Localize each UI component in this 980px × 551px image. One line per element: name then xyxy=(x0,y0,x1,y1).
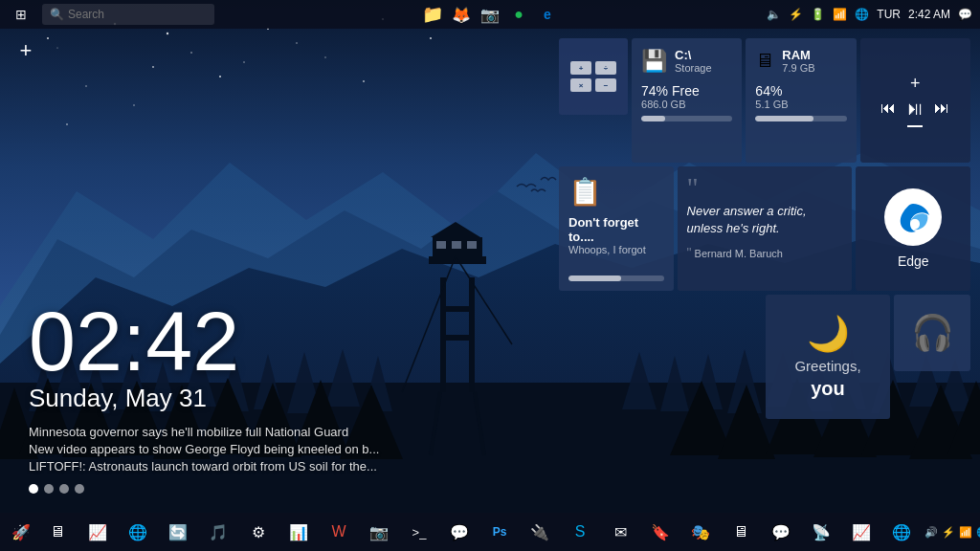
tb-pulse[interactable]: 📈 xyxy=(78,513,117,551)
tb-whatsapp[interactable]: 💬 xyxy=(440,513,479,551)
tb-photoshop[interactable]: Ps xyxy=(480,513,519,551)
news-item-2[interactable]: New video appears to show George Floyd b… xyxy=(29,442,530,456)
media-controls: ⏮ ⏯ ⏭ xyxy=(880,98,949,120)
ram-tile[interactable]: 🖥 RAM 7.9 GB 64% 5.1 GB xyxy=(746,38,856,163)
tray-wifi[interactable]: 📶 xyxy=(959,526,972,539)
quote-author: " Bernard M. Baruch xyxy=(687,245,843,260)
pinned-edge[interactable]: e xyxy=(533,0,562,29)
volume-icon: 🔈 xyxy=(767,8,781,21)
storage-icon: 💾 xyxy=(641,49,667,74)
news-dot-3[interactable] xyxy=(59,484,69,494)
notes-progress-fill xyxy=(568,276,621,281)
tb-word[interactable]: W xyxy=(320,513,358,551)
tb-refresh[interactable]: 🔄 xyxy=(159,513,197,551)
storage-header: 💾 C:\ Storage xyxy=(641,48,732,74)
tb-chart[interactable]: 📊 xyxy=(279,513,318,551)
ram-progress-bar xyxy=(755,116,846,121)
tb-mail[interactable]: ✉ xyxy=(601,513,639,551)
battery-icon: 🔋 xyxy=(811,8,825,21)
tiles-row-2: 📋 Don't forget to.... Whoops, I forgot "… xyxy=(559,166,970,291)
network-icon: 🌐 xyxy=(855,8,869,21)
tb-arrow[interactable]: 🔖 xyxy=(641,513,679,551)
next-button[interactable]: ⏭ xyxy=(934,99,949,117)
search-bar[interactable]: 🔍 xyxy=(42,4,214,25)
calc-btn-div: ÷ xyxy=(595,61,616,75)
tb-net[interactable]: 📡 xyxy=(802,513,840,551)
greetings-tile[interactable]: 🌙 Greetings, you xyxy=(766,295,890,419)
notes-subtext: Whoops, I forgot xyxy=(568,244,664,255)
storage-free-pct: 74% Free xyxy=(641,83,732,99)
taskbar-start[interactable]: 🚀 xyxy=(4,513,38,551)
news-dot-2[interactable] xyxy=(44,484,54,494)
edge-logo-svg xyxy=(894,198,932,236)
pinned-folder[interactable]: 📁 xyxy=(418,0,447,29)
calc-btn-plus: + xyxy=(570,61,591,75)
greetings-line1: Greetings, xyxy=(794,358,860,374)
calc-btn-mul: × xyxy=(570,78,591,92)
notes-icon: 📋 xyxy=(568,176,664,208)
taskbar: 🚀 🖥 📈 🌐 🔄 🎵 ⚙ 📊 W 📷 >_ 💬 Ps 🔌 S ✉ 🔖 🎭 🖥 … xyxy=(0,513,980,551)
volume-up-button[interactable]: + xyxy=(910,75,921,92)
storage-tile[interactable]: 💾 C:\ Storage 74% Free 686.0 GB xyxy=(632,38,742,163)
ram-progress-fill xyxy=(755,116,813,121)
tiles-panel: + ÷ × − 💾 C:\ Storage 74% Free 686.0 GB xyxy=(559,29,980,513)
play-button[interactable]: ⏯ xyxy=(905,98,924,120)
notification-icon[interactable]: 💬 xyxy=(958,8,972,21)
tb-activity[interactable]: 📈 xyxy=(842,513,880,551)
taskbar-right: 🔊 ⚡ 📶 🌐 TUR 2:42 AM 💬 ⏻ xyxy=(921,518,980,546)
clock-display: 02:42 xyxy=(29,299,530,384)
notes-text: Don't forget to.... xyxy=(568,215,664,244)
tb-msg[interactable]: 💬 xyxy=(762,513,800,551)
volume-section: + ⏮ ⏯ ⏭ xyxy=(880,75,949,127)
taskbar-left: 🚀 xyxy=(0,513,38,551)
search-input[interactable] xyxy=(68,8,207,21)
system-tray: 🔊 ⚡ 📶 🌐 TUR 2:42 AM 💬 ⏻ xyxy=(921,518,980,546)
power-icon: ⚡ xyxy=(789,8,803,21)
tb-monitor[interactable]: 🖥 xyxy=(38,513,77,551)
media-tile[interactable]: + ⏮ ⏯ ⏭ xyxy=(860,38,970,163)
tb-music[interactable]: 🎵 xyxy=(199,513,237,551)
ram-icon: 🖥 xyxy=(755,50,774,72)
pinned-spotify[interactable]: ● xyxy=(504,0,533,29)
tb-browser[interactable]: 🌐 xyxy=(119,513,157,551)
tb-skype[interactable]: S xyxy=(561,513,599,551)
tb-plugin[interactable]: 🔌 xyxy=(521,513,559,551)
news-dot-1[interactable] xyxy=(29,484,38,494)
storage-free-gb: 686.0 GB xyxy=(641,99,732,110)
volume-down-button[interactable] xyxy=(907,125,923,127)
tb-globe[interactable]: 🌐 xyxy=(882,513,921,551)
calculator-tile[interactable]: + ÷ × − xyxy=(559,38,628,115)
tb-terminal[interactable]: >_ xyxy=(400,513,438,551)
headphone-tile[interactable]: 🎧 xyxy=(894,295,970,371)
news-dot-4[interactable] xyxy=(75,484,84,494)
ram-header: 🖥 RAM 7.9 GB xyxy=(755,48,846,74)
news-item-1[interactable]: Minnesota governor says he'll mobilize f… xyxy=(29,425,530,439)
notes-tile[interactable]: 📋 Don't forget to.... Whoops, I forgot xyxy=(559,166,674,291)
tray-network[interactable]: 🌐 xyxy=(976,526,980,539)
tb-photo[interactable]: 📷 xyxy=(360,513,398,551)
tb-screen[interactable]: 🖥 xyxy=(722,513,760,551)
quote-mark: " xyxy=(687,176,843,199)
pinned-apps: 📁 🦊 📷 ● e xyxy=(418,0,562,29)
language-display: TUR xyxy=(877,8,901,21)
pinned-firefox[interactable]: 🦊 xyxy=(447,0,476,29)
tray-vol[interactable]: 🔊 xyxy=(924,526,938,539)
pinned-camera[interactable]: 📷 xyxy=(476,0,504,29)
tray-battery[interactable]: ⚡ xyxy=(942,526,955,539)
quote-tile[interactable]: " Never answer a critic, unless he's rig… xyxy=(678,166,853,291)
edge-tile[interactable]: Edge xyxy=(856,166,970,291)
edge-logo xyxy=(884,188,942,246)
ram-value: 7.9 GB xyxy=(782,62,814,74)
signal-icon: 📶 xyxy=(833,8,847,21)
tb-settings[interactable]: ⚙ xyxy=(239,513,278,551)
news-item-3[interactable]: LIFTOFF!: Astronauts launch toward orbit… xyxy=(29,459,530,474)
start-button[interactable]: ⊞ xyxy=(8,1,34,28)
notes-progress-bar xyxy=(568,276,664,281)
tb-vlc[interactable]: 🎭 xyxy=(681,513,720,551)
quote-text: Never answer a critic, unless he's right… xyxy=(687,203,843,237)
prev-button[interactable]: ⏮ xyxy=(880,99,896,117)
storage-drive-label: C:\ xyxy=(675,48,712,62)
moon-icon: 🌙 xyxy=(807,314,850,354)
calc-grid: + ÷ × − xyxy=(570,61,616,92)
add-tile-button[interactable]: + xyxy=(11,36,40,65)
